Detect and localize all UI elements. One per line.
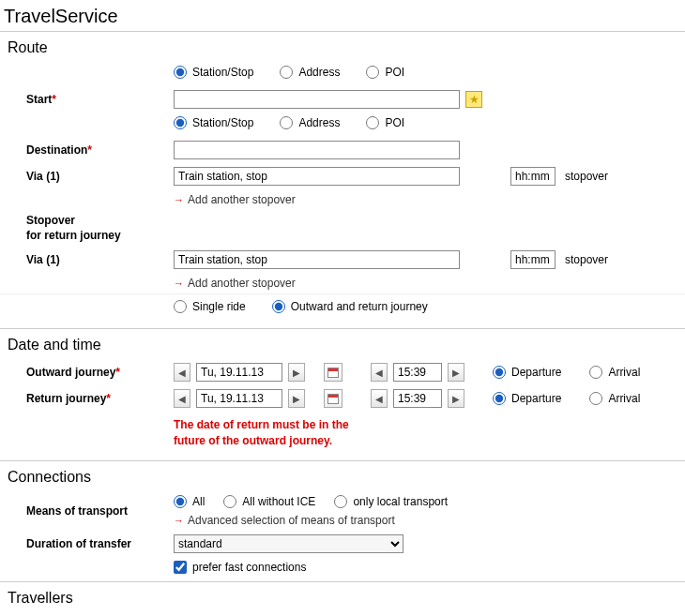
ride-return[interactable]: Outward and return journey	[272, 300, 428, 313]
return-date-input[interactable]	[196, 389, 282, 408]
return-date-next-icon[interactable]: ▶	[288, 389, 305, 408]
stopover-return-label-1: Stopover	[26, 214, 75, 227]
destination-label: Destination	[26, 143, 87, 157]
datetime-heading: Date and time	[8, 337, 685, 353]
travellers-heading: Travellers	[8, 590, 685, 607]
return-label: Return journey	[26, 392, 106, 405]
outward-label: Outward journey	[26, 366, 115, 379]
dest-type-station[interactable]: Station/Stop	[174, 116, 253, 129]
add-stopover-link[interactable]: Add another stopover	[174, 193, 296, 206]
via-return-time-input[interactable]	[510, 250, 556, 269]
add-stopover-return-link[interactable]: Add another stopover	[174, 277, 296, 290]
return-date-error: The date of return must be in the future…	[174, 417, 685, 449]
outward-time-input[interactable]	[393, 363, 442, 382]
return-arrival[interactable]: Arrival	[589, 392, 640, 405]
start-type-address[interactable]: Address	[280, 66, 340, 79]
return-calendar-icon[interactable]	[324, 389, 342, 408]
outward-date-next-icon[interactable]: ▶	[288, 363, 305, 382]
via-return-input[interactable]	[174, 250, 460, 269]
via-input[interactable]	[174, 167, 460, 186]
outward-time-prev-icon[interactable]: ◀	[371, 363, 388, 382]
stopover-return-label-2: for return journey	[26, 229, 121, 242]
outward-date-input[interactable]	[196, 363, 282, 382]
via-return-label: Via (1)	[26, 253, 60, 266]
outward-departure[interactable]: Departure	[493, 366, 561, 379]
start-type-poi[interactable]: POI	[366, 66, 404, 79]
destination-input[interactable]	[174, 141, 460, 159]
outward-date-prev-icon[interactable]: ◀	[174, 363, 190, 382]
duration-label: Duration of transfer	[26, 537, 131, 550]
start-input[interactable]	[174, 90, 460, 109]
return-time-input[interactable]	[393, 389, 442, 408]
favorite-icon[interactable]: ★	[465, 91, 482, 108]
mot-noice[interactable]: All without ICE	[223, 495, 315, 508]
start-label: Start	[26, 93, 52, 106]
return-time-prev-icon[interactable]: ◀	[371, 389, 388, 408]
prefer-fast-checkbox[interactable]: prefer fast connections	[174, 561, 306, 574]
via-time-input[interactable]	[510, 167, 556, 186]
route-heading: Route	[8, 39, 685, 56]
dest-type-address[interactable]: Address	[280, 116, 340, 129]
connections-heading: Connections	[8, 469, 685, 486]
outward-arrival[interactable]: Arrival	[589, 366, 640, 379]
start-type-station[interactable]: Station/Stop	[174, 66, 253, 79]
stopover-return-text: stopover	[565, 253, 608, 266]
stopover-text: stopover	[565, 170, 608, 183]
dest-type-poi[interactable]: POI	[366, 116, 404, 129]
outward-calendar-icon[interactable]	[324, 363, 342, 382]
return-time-next-icon[interactable]: ▶	[448, 389, 464, 408]
mot-label: Means of transport	[26, 504, 128, 518]
return-departure[interactable]: Departure	[493, 392, 561, 405]
mot-all[interactable]: All	[174, 495, 205, 508]
outward-time-next-icon[interactable]: ▶	[448, 363, 464, 382]
mot-local[interactable]: only local transport	[334, 495, 448, 508]
duration-select[interactable]: standard	[174, 534, 403, 553]
via-label: Via (1)	[26, 170, 60, 183]
page-title: TravelService	[4, 6, 685, 27]
return-date-prev-icon[interactable]: ◀	[174, 389, 190, 408]
mot-advanced-link[interactable]: Advanced selection of means of transport	[174, 514, 395, 527]
ride-single[interactable]: Single ride	[174, 300, 246, 313]
